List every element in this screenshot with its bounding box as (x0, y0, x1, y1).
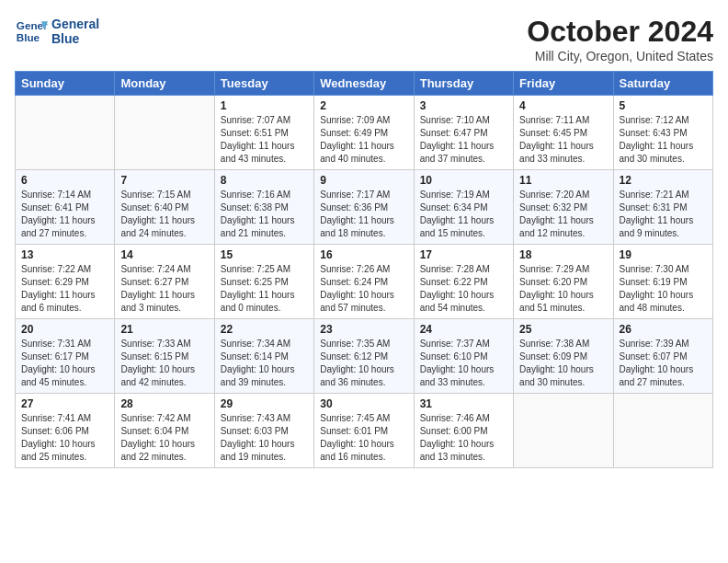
day-number: 17 (420, 248, 507, 261)
day-info: Sunrise: 7:21 AM Sunset: 6:31 PM Dayligh… (620, 189, 707, 240)
calendar-cell (514, 394, 613, 468)
day-info: Sunrise: 7:28 AM Sunset: 6:22 PM Dayligh… (420, 263, 507, 315)
calendar-cell: 22Sunrise: 7:34 AM Sunset: 6:14 PM Dayli… (214, 319, 313, 394)
day-number: 9 (320, 174, 407, 187)
calendar-body: 1Sunrise: 7:07 AM Sunset: 6:51 PM Daylig… (16, 96, 713, 468)
calendar-cell: 14Sunrise: 7:24 AM Sunset: 6:27 PM Dayli… (115, 245, 214, 319)
calendar-cell: 20Sunrise: 7:31 AM Sunset: 6:17 PM Dayli… (16, 319, 115, 394)
day-info: Sunrise: 7:45 AM Sunset: 6:01 PM Dayligh… (320, 412, 407, 464)
day-info: Sunrise: 7:19 AM Sunset: 6:34 PM Dayligh… (420, 189, 507, 240)
calendar-cell (16, 96, 115, 170)
svg-text:Blue: Blue (17, 31, 40, 43)
calendar-cell: 26Sunrise: 7:39 AM Sunset: 6:07 PM Dayli… (613, 319, 712, 394)
calendar-cell: 2Sunrise: 7:09 AM Sunset: 6:49 PM Daylig… (314, 96, 414, 170)
day-header-tuesday: Tuesday (214, 72, 313, 96)
day-header-thursday: Thursday (414, 72, 513, 96)
day-info: Sunrise: 7:37 AM Sunset: 6:10 PM Dayligh… (420, 338, 507, 389)
day-info: Sunrise: 7:17 AM Sunset: 6:36 PM Dayligh… (320, 189, 407, 240)
calendar-table: SundayMondayTuesdayWednesdayThursdayFrid… (15, 71, 713, 468)
calendar-header-row: SundayMondayTuesdayWednesdayThursdayFrid… (16, 72, 713, 96)
day-number: 21 (120, 323, 208, 336)
day-number: 16 (320, 248, 407, 261)
day-number: 14 (120, 248, 208, 261)
day-info: Sunrise: 7:43 AM Sunset: 6:03 PM Dayligh… (221, 412, 308, 464)
day-info: Sunrise: 7:22 AM Sunset: 6:29 PM Dayligh… (21, 263, 108, 315)
calendar-week-3: 13Sunrise: 7:22 AM Sunset: 6:29 PM Dayli… (16, 245, 713, 319)
day-number: 27 (21, 397, 108, 410)
day-number: 12 (620, 174, 707, 187)
calendar-cell: 24Sunrise: 7:37 AM Sunset: 6:10 PM Dayli… (414, 319, 513, 394)
day-info: Sunrise: 7:20 AM Sunset: 6:32 PM Dayligh… (519, 189, 607, 240)
day-number: 28 (120, 397, 208, 410)
month-title: October 2024 (527, 15, 713, 49)
day-info: Sunrise: 7:39 AM Sunset: 6:07 PM Dayligh… (620, 338, 707, 389)
day-info: Sunrise: 7:41 AM Sunset: 6:06 PM Dayligh… (21, 412, 108, 464)
day-number: 5 (620, 99, 707, 112)
calendar-cell: 30Sunrise: 7:45 AM Sunset: 6:01 PM Dayli… (314, 394, 414, 468)
day-info: Sunrise: 7:42 AM Sunset: 6:04 PM Dayligh… (120, 412, 208, 464)
calendar-cell: 23Sunrise: 7:35 AM Sunset: 6:12 PM Dayli… (314, 319, 414, 394)
day-number: 10 (420, 174, 507, 187)
day-info: Sunrise: 7:33 AM Sunset: 6:15 PM Dayligh… (120, 338, 208, 389)
day-info: Sunrise: 7:34 AM Sunset: 6:14 PM Dayligh… (221, 338, 308, 389)
day-info: Sunrise: 7:15 AM Sunset: 6:40 PM Dayligh… (120, 189, 208, 240)
day-info: Sunrise: 7:14 AM Sunset: 6:41 PM Dayligh… (21, 189, 108, 240)
calendar-cell: 29Sunrise: 7:43 AM Sunset: 6:03 PM Dayli… (214, 394, 313, 468)
day-number: 30 (320, 397, 407, 410)
calendar-week-1: 1Sunrise: 7:07 AM Sunset: 6:51 PM Daylig… (16, 96, 713, 170)
day-number: 4 (519, 99, 607, 112)
calendar-cell: 21Sunrise: 7:33 AM Sunset: 6:15 PM Dayli… (115, 319, 214, 394)
calendar-cell: 16Sunrise: 7:26 AM Sunset: 6:24 PM Dayli… (314, 245, 414, 319)
day-number: 26 (620, 323, 707, 336)
day-info: Sunrise: 7:46 AM Sunset: 6:00 PM Dayligh… (420, 412, 507, 464)
day-number: 20 (21, 323, 108, 336)
calendar-cell (613, 394, 712, 468)
logo-line2: Blue (51, 31, 99, 46)
day-number: 22 (221, 323, 308, 336)
day-number: 6 (21, 174, 108, 187)
calendar-week-4: 20Sunrise: 7:31 AM Sunset: 6:17 PM Dayli… (16, 319, 713, 394)
calendar-cell (115, 96, 214, 170)
calendar-cell: 6Sunrise: 7:14 AM Sunset: 6:41 PM Daylig… (16, 170, 115, 245)
calendar-cell: 7Sunrise: 7:15 AM Sunset: 6:40 PM Daylig… (115, 170, 214, 245)
day-number: 15 (221, 248, 308, 261)
calendar-cell: 13Sunrise: 7:22 AM Sunset: 6:29 PM Dayli… (16, 245, 115, 319)
calendar-cell: 25Sunrise: 7:38 AM Sunset: 6:09 PM Dayli… (514, 319, 613, 394)
day-info: Sunrise: 7:30 AM Sunset: 6:19 PM Dayligh… (620, 263, 707, 315)
calendar-cell: 19Sunrise: 7:30 AM Sunset: 6:19 PM Dayli… (613, 245, 712, 319)
day-number: 18 (519, 248, 607, 261)
calendar-cell: 10Sunrise: 7:19 AM Sunset: 6:34 PM Dayli… (414, 170, 513, 245)
calendar-cell: 27Sunrise: 7:41 AM Sunset: 6:06 PM Dayli… (16, 394, 115, 468)
day-info: Sunrise: 7:38 AM Sunset: 6:09 PM Dayligh… (519, 338, 607, 389)
day-number: 25 (519, 323, 607, 336)
calendar-cell: 15Sunrise: 7:25 AM Sunset: 6:25 PM Dayli… (214, 245, 313, 319)
day-info: Sunrise: 7:12 AM Sunset: 6:43 PM Dayligh… (620, 114, 707, 166)
day-number: 31 (420, 397, 507, 410)
day-info: Sunrise: 7:11 AM Sunset: 6:45 PM Dayligh… (519, 114, 607, 166)
day-header-sunday: Sunday (16, 72, 115, 96)
day-info: Sunrise: 7:31 AM Sunset: 6:17 PM Dayligh… (21, 338, 108, 389)
calendar-cell: 5Sunrise: 7:12 AM Sunset: 6:43 PM Daylig… (613, 96, 712, 170)
calendar-cell: 31Sunrise: 7:46 AM Sunset: 6:00 PM Dayli… (414, 394, 513, 468)
day-number: 11 (519, 174, 607, 187)
day-number: 3 (420, 99, 507, 112)
day-number: 1 (221, 99, 308, 112)
calendar-cell: 28Sunrise: 7:42 AM Sunset: 6:04 PM Dayli… (115, 394, 214, 468)
calendar-cell: 3Sunrise: 7:10 AM Sunset: 6:47 PM Daylig… (414, 96, 513, 170)
day-number: 8 (221, 174, 308, 187)
day-number: 19 (620, 248, 707, 261)
logo-line1: General (51, 17, 99, 31)
day-info: Sunrise: 7:16 AM Sunset: 6:38 PM Dayligh… (221, 189, 308, 240)
calendar-cell: 1Sunrise: 7:07 AM Sunset: 6:51 PM Daylig… (214, 96, 313, 170)
day-header-saturday: Saturday (613, 72, 712, 96)
calendar-cell: 17Sunrise: 7:28 AM Sunset: 6:22 PM Dayli… (414, 245, 513, 319)
calendar-week-5: 27Sunrise: 7:41 AM Sunset: 6:06 PM Dayli… (16, 394, 713, 468)
day-info: Sunrise: 7:25 AM Sunset: 6:25 PM Dayligh… (221, 263, 308, 315)
day-info: Sunrise: 7:35 AM Sunset: 6:12 PM Dayligh… (320, 338, 407, 389)
calendar-week-2: 6Sunrise: 7:14 AM Sunset: 6:41 PM Daylig… (16, 170, 713, 245)
day-info: Sunrise: 7:09 AM Sunset: 6:49 PM Dayligh… (320, 114, 407, 166)
page-header: General Blue General Blue October 2024 M… (15, 15, 713, 63)
calendar-cell: 11Sunrise: 7:20 AM Sunset: 6:32 PM Dayli… (514, 170, 613, 245)
calendar-cell: 18Sunrise: 7:29 AM Sunset: 6:20 PM Dayli… (514, 245, 613, 319)
calendar-cell: 12Sunrise: 7:21 AM Sunset: 6:31 PM Dayli… (613, 170, 712, 245)
